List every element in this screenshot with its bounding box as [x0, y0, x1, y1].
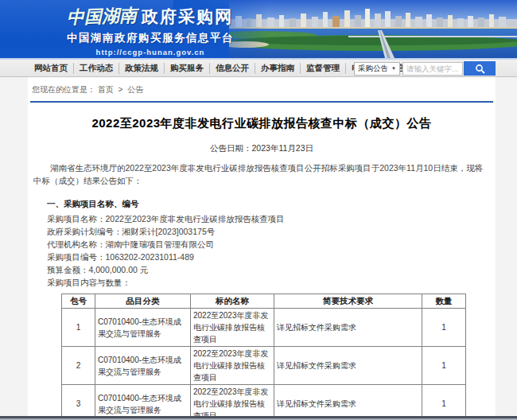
table-header-row: 包号品目分类标的名称简要技术要求数量: [62, 294, 466, 309]
nav-item-1[interactable]: 网站首页: [29, 63, 73, 74]
content-panel: 您现在的位置是： 首页 > 公告 2022至2023年度非发电行业碳排放报告核查…: [28, 77, 496, 420]
nav-item-2[interactable]: 工作动态: [73, 63, 119, 74]
table-row: 3C07010400-生态环境成果交流与管理服务2022至2023年度非发电行业…: [62, 385, 466, 420]
nav-item-3[interactable]: 政策法规: [119, 63, 164, 74]
field-line: 代理机构名称：湖南中隆瑞项目管理有限公司: [47, 238, 494, 251]
table-header-cell: 品目分类: [95, 294, 191, 309]
breadcrumb-separator: >: [119, 85, 123, 94]
site-logo: 中国湖南 政府采购网 中国湖南政府购买服务信息平台 http://ccgp-hu…: [67, 5, 234, 56]
table-header-cell: 简要技术要求: [274, 294, 422, 309]
search-category-label: 采购公告: [358, 64, 388, 74]
table-cell: 1: [422, 385, 466, 420]
field-line: 采购项目内容与数量：: [47, 276, 494, 289]
field-line: 预算金额：4,000,000.00 元: [47, 263, 494, 276]
table-cell: 详见招标文件采购需求: [274, 309, 422, 347]
items-table: 包号品目分类标的名称简要技术要求数量 1C07010400-生态环境成果交流与管…: [61, 294, 466, 420]
nav-item-6[interactable]: 办事指南: [255, 63, 300, 74]
chevron-down-icon: ▼: [391, 66, 396, 71]
table-cell: 3: [62, 385, 95, 420]
table-cell: C07010400-生态环境成果交流与管理服务: [95, 309, 191, 347]
announcement-date: 公告日期：2023年11月23日: [29, 143, 494, 154]
logo-url: http://ccgp-hunan.gov.cn: [67, 48, 234, 56]
field-line: 采购项目名称：2022至2023年度非发电行业碳排放报告核查项目: [47, 212, 494, 225]
logo-subtitle: 中国湖南政府购买服务信息平台: [67, 31, 234, 45]
table-cell: 1: [422, 309, 466, 347]
search-group: 采购公告 ▼: [354, 61, 496, 76]
search-input[interactable]: [402, 62, 463, 76]
field-line: 采购项目编号：1063202-20231011-489: [47, 251, 494, 263]
city-skyline-photo: [229, 0, 517, 58]
search-icon: [475, 64, 485, 74]
table-cell: 详见招标文件采购需求: [274, 385, 422, 420]
title-divider: [30, 101, 493, 103]
table-header-cell: 数量: [422, 294, 466, 309]
search-category-select[interactable]: 采购公告 ▼: [354, 62, 400, 76]
logo-calligraphy: 中国湖南: [67, 3, 138, 29]
table-cell: 详见招标文件采购需求: [274, 347, 422, 385]
table-cell: 2022至2023年度非发电行业碳排放报告核查项目: [191, 385, 274, 420]
search-button[interactable]: [464, 61, 496, 76]
breadcrumb: 您现在的位置是： 首页 > 公告: [29, 77, 494, 101]
nav-item-7[interactable]: 监督管理: [300, 63, 345, 74]
field-line: 政府采购计划编号：湘财采计[2023]003175号: [47, 225, 494, 238]
table-cell: 1: [422, 347, 466, 385]
main-nav: 网站首页工作动态政策法规购买服务信息公开办事指南监督管理电子卖场合同融资 采购公…: [0, 60, 517, 77]
page-body: 您现在的位置是： 首页 > 公告 2022至2023年度非发电行业碳排放报告核查…: [0, 77, 517, 418]
table-cell: 2022至2023年度非发电行业碳排放报告核查项目: [191, 309, 274, 347]
table-cell: C07010400-生态环境成果交流与管理服务: [95, 347, 191, 385]
table-cell: C07010400-生态环境成果交流与管理服务: [95, 385, 191, 420]
breadcrumb-current[interactable]: 公告: [127, 85, 143, 94]
table-cell: 1: [62, 309, 95, 347]
announcement-title: 2022至2023年度非发电行业碳排放报告核查中标（成交）公告: [29, 116, 494, 131]
section1-heading: 一、采购项目名称、编号: [47, 197, 494, 210]
window-bottom-edge: [0, 416, 517, 420]
table-row: 1C07010400-生态环境成果交流与管理服务2022至2023年度非发电行业…: [62, 309, 466, 347]
table-row: 2C07010400-生态环境成果交流与管理服务2022至2023年度非发电行业…: [62, 347, 466, 385]
table-cell: 2: [62, 347, 95, 385]
logo-title: 政府采购网: [142, 6, 233, 28]
breadcrumb-prefix: 您现在的位置是：: [32, 85, 95, 94]
site-header: 中国湖南 政府采购网 中国湖南政府购买服务信息平台 http://ccgp-hu…: [0, 0, 517, 60]
table-cell: 2022至2023年度非发电行业碳排放报告核查项目: [191, 347, 274, 385]
nav-item-4[interactable]: 购买服务: [164, 63, 209, 74]
nav-item-5[interactable]: 信息公开: [209, 63, 255, 74]
breadcrumb-home[interactable]: 首页: [98, 85, 114, 94]
announcement-intro: 湖南省生态环境厅的2022至2023年度非发电行业碳排放报告核查项目公开招标采购…: [33, 161, 490, 187]
table-header-cell: 包号: [62, 294, 95, 309]
project-info-fields: 采购项目名称：2022至2023年度非发电行业碳排放报告核查项目政府采购计划编号…: [29, 212, 494, 289]
table-header-cell: 标的名称: [191, 294, 274, 309]
